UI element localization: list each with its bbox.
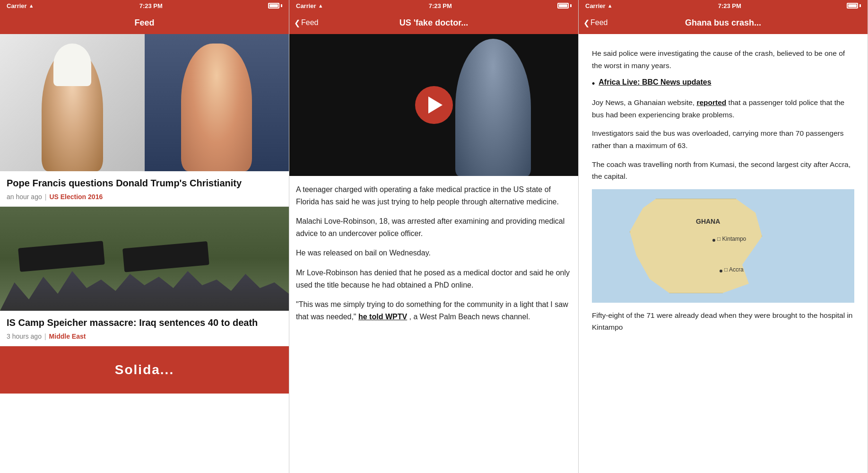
africa-live-link[interactable]: Africa Live: BBC News updates [599,78,711,87]
article-meta-pope: an hour ago | US Election 2016 [7,193,282,201]
paragraph-5: "This was me simply trying to do somethi… [296,298,572,323]
article-category-iraq[interactable]: Middle East [49,333,86,340]
article-time-iraq: 3 hours ago [7,333,42,340]
battery-container-1 [268,3,282,9]
ghana-article-content[interactable]: He said police were investigating the ca… [579,34,868,473]
news-item-iraq[interactable]: IS Camp Speicher massacre: Iraq sentence… [0,311,289,346]
nav-bar-feed: Feed [0,11,289,34]
back-label-ghana: Feed [590,18,608,27]
panel-feed: Carrier ▲ 7:23 PM Feed [0,0,289,473]
bullet-africa-live: • Africa Live: BBC News updates [592,78,854,90]
chevron-left-icon: ❮ [294,18,300,27]
paragraph-2: Malachi Love-Robinson, 18, was arrested … [296,215,572,239]
nav-title-feed: Feed [134,18,154,28]
carrier-label-2: Carrier [296,2,316,9]
battery-container-2 [557,3,572,9]
wifi-icon-3: ▲ [608,3,613,9]
ghana-para-4: The coach was travelling north from Kuma… [592,158,854,183]
carrier-2: Carrier ▲ [296,2,323,9]
video-thumbnail[interactable] [289,34,578,176]
article-meta-iraq: 3 hours ago | Middle East [7,333,282,340]
battery-icon-1 [268,3,279,9]
nav-title-ghana: Ghana bus crash... [685,18,761,28]
play-button[interactable] [415,86,453,124]
solidarity-banner[interactable]: Solida... [0,346,289,394]
carrier-label-1: Carrier [7,2,27,9]
article-headline-iraq: IS Camp Speicher massacre: Iraq sentence… [7,316,282,329]
reported-link[interactable]: reported [696,98,726,106]
ghana-para-1: He said police were investigating the ca… [592,47,854,71]
ghana-para-2: Joy News, a Ghanaian website, reported t… [592,96,854,121]
nav-bar-doctor: ❮ Feed US 'fake doctor... [289,11,578,34]
bullet-dot: • [592,78,595,90]
divider-iraq: | [44,333,46,340]
carrier-3: Carrier ▲ [585,2,613,9]
trump-photo [145,34,289,171]
paragraph-1: A teenager charged with operating a fake… [296,184,572,208]
panel-article-ghana: Carrier ▲ 7:23 PM ❮ Feed Ghana bus crash… [579,0,868,473]
carrier-1: Carrier ▲ [7,2,34,9]
battery-icon-3 [847,3,858,9]
link-suffix: , a West Palm Beach news channel. [409,313,530,321]
map-label-ghana: GHANA [696,218,720,225]
battery-cap-1 [281,4,282,7]
trump-image[interactable] [145,34,289,171]
ghana-para-5: Fifty-eight of the 71 were already dead … [592,309,854,333]
ghana-map: GHANA □ Kintampo □ Accra [592,189,854,303]
battery-cap-3 [859,4,861,7]
article-category-pope[interactable]: US Election 2016 [49,193,103,201]
wptv-link[interactable]: he told WPTV [358,313,407,321]
ghana-body: He said police were investigating the ca… [585,41,861,347]
news-item-pope[interactable]: Pope Francis questions Donald Trump's Ch… [0,171,289,207]
iraq-image[interactable] [0,207,289,311]
chevron-left-icon-ghana: ❮ [583,18,590,27]
paragraph-3: He was released on bail on Wednesday. [296,247,572,259]
ghana-map-shape [630,199,762,293]
hero-images[interactable] [0,34,289,171]
time-2: 7:23 PM [429,2,452,9]
status-bar-3: Carrier ▲ 7:23 PM [579,0,868,11]
battery-cap-2 [570,4,572,7]
time-3: 7:23 PM [718,2,741,9]
paragraph-4: Mr Love-Robinson has denied that he pose… [296,267,572,291]
nav-bar-ghana: ❮ Feed Ghana bus crash... [579,11,868,34]
kintampo-dot [712,239,715,242]
divider-pope: | [45,193,47,201]
feed-content[interactable]: Pope Francis questions Donald Trump's Ch… [0,34,289,473]
pope-image[interactable] [0,34,145,171]
map-label-kintampo: □ Kintampo [717,236,746,242]
carrier-label-3: Carrier [585,2,606,9]
accra-dot [720,270,722,272]
back-button-ghana[interactable]: ❮ Feed [583,18,608,27]
back-label-doctor: Feed [301,18,318,27]
nav-title-doctor: US 'fake doctor... [399,18,468,28]
wifi-icon-1: ▲ [29,3,34,9]
battery-icon-2 [557,3,569,9]
wifi-icon-2: ▲ [318,3,323,9]
article-time-pope: an hour ago [7,193,42,201]
time-1: 7:23 PM [139,2,163,9]
status-bar-1: Carrier ▲ 7:23 PM [0,0,289,11]
ghana-para-3: Investigators said the bus was overloade… [592,127,854,151]
back-button-doctor[interactable]: ❮ Feed [294,18,318,27]
pope-photo [0,34,145,171]
status-bar-2: Carrier ▲ 7:23 PM [289,0,578,11]
article-body-doctor: A teenager charged with operating a fake… [289,176,578,338]
article-headline-pope: Pope Francis questions Donald Trump's Ch… [7,177,282,189]
solidarity-text: Solida... [115,362,174,377]
map-label-accra: □ Accra [724,266,744,273]
panel-article-doctor: Carrier ▲ 7:23 PM ❮ Feed US 'fake doctor… [289,0,579,473]
doctor-article-content[interactable]: A teenager charged with operating a fake… [289,34,578,473]
battery-container-3 [847,3,861,9]
